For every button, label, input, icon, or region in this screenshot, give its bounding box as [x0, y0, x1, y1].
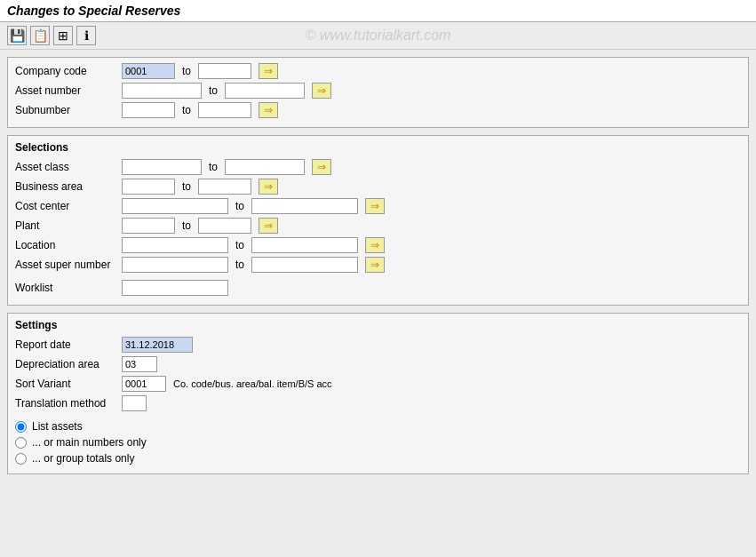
asset-class-label: Asset class [15, 161, 122, 173]
report-date-input[interactable] [122, 337, 193, 353]
plant-arrow-btn[interactable]: ⇒ [259, 218, 278, 234]
sort-variant-row: Sort Variant Co. code/bus. area/bal. ite… [15, 376, 741, 392]
worklist-input[interactable] [122, 280, 228, 296]
asset-class-from-input[interactable] [122, 159, 202, 175]
asset-super-number-from-input[interactable] [122, 257, 228, 273]
translation-method-input[interactable] [122, 395, 147, 411]
title-bar: Changes to Special Reserves [0, 0, 756, 22]
asset-super-number-to-label: to [235, 259, 244, 271]
business-area-to-input[interactable] [198, 179, 251, 195]
subnumber-to-input[interactable] [198, 102, 251, 118]
toolbar: 💾 📋 ⊞ ℹ © www.tutorialkart.com [0, 22, 756, 50]
company-code-arrow-btn[interactable]: ⇒ [259, 63, 278, 79]
asset-number-to-input[interactable] [225, 83, 305, 99]
selections-section: Selections Asset class to ⇒ Business are… [7, 135, 749, 306]
location-row: Location to ⇒ [15, 237, 741, 253]
main-numbers-row: ... or main numbers only [15, 436, 741, 449]
list-assets-row: List assets [15, 420, 741, 433]
plant-to-input[interactable] [198, 218, 251, 234]
subnumber-label: Subnumber [15, 104, 122, 116]
cost-center-to-label: to [235, 200, 244, 212]
subnumber-row: Subnumber to ⇒ [15, 102, 741, 118]
subnumber-from-input[interactable] [122, 102, 175, 118]
group-totals-label: ... or group totals only [32, 452, 134, 465]
location-label: Location [15, 239, 122, 251]
report-date-row: Report date [15, 337, 741, 353]
asset-class-to-input[interactable] [225, 159, 305, 175]
watermark: © www.tutorialkart.com [306, 28, 451, 44]
translation-method-row: Translation method [15, 395, 741, 411]
sort-variant-input[interactable] [122, 376, 166, 392]
company-code-from-input[interactable] [122, 63, 175, 79]
business-area-row: Business area to ⇒ [15, 179, 741, 195]
sort-variant-desc: Co. code/bus. area/bal. item/B/S acc [173, 378, 332, 389]
plant-label: Plant [15, 219, 122, 232]
cost-center-arrow-btn[interactable]: ⇒ [365, 198, 385, 214]
worklist-row: Worklist [15, 280, 741, 296]
asset-class-to-label: to [209, 161, 218, 173]
settings-section: Settings Report date Depreciation area S… [7, 313, 749, 474]
page-title: Changes to Special Reserves [7, 4, 749, 18]
asset-number-row: Asset number to ⇒ [15, 83, 741, 99]
asset-number-label: Asset number [15, 84, 122, 97]
copy-icon[interactable]: 📋 [30, 26, 50, 45]
sort-variant-label: Sort Variant [15, 378, 122, 390]
cost-center-to-input[interactable] [251, 198, 358, 214]
asset-number-from-input[interactable] [122, 83, 202, 99]
radio-group: List assets ... or main numbers only ...… [15, 420, 741, 465]
group-totals-radio[interactable] [15, 453, 27, 465]
asset-class-row: Asset class to ⇒ [15, 159, 741, 175]
location-arrow-btn[interactable]: ⇒ [365, 237, 385, 253]
asset-super-number-row: Asset super number to ⇒ [15, 257, 741, 273]
settings-title: Settings [15, 319, 741, 331]
plant-row: Plant to ⇒ [15, 218, 741, 234]
selections-title: Selections [15, 141, 741, 154]
group-totals-row: ... or group totals only [15, 452, 741, 465]
worklist-label: Worklist [15, 282, 122, 294]
asset-super-number-arrow-btn[interactable]: ⇒ [365, 257, 385, 273]
business-area-arrow-btn[interactable]: ⇒ [259, 179, 278, 195]
asset-number-to-label: to [209, 84, 218, 97]
business-area-to-label: to [182, 180, 191, 193]
business-area-from-input[interactable] [122, 179, 175, 195]
asset-number-arrow-btn[interactable]: ⇒ [312, 83, 331, 99]
subnumber-to-label: to [182, 104, 191, 116]
main-numbers-radio[interactable] [15, 437, 27, 449]
list-assets-radio[interactable] [15, 421, 27, 433]
location-from-input[interactable] [122, 237, 228, 253]
company-code-label: Company code [15, 65, 122, 77]
asset-class-arrow-btn[interactable]: ⇒ [312, 159, 331, 175]
plant-to-label: to [182, 219, 191, 232]
cost-center-from-input[interactable] [122, 198, 228, 214]
top-section: Company code to ⇒ Asset number to ⇒ Subn… [7, 57, 749, 128]
main-content: Company code to ⇒ Asset number to ⇒ Subn… [0, 50, 756, 545]
main-numbers-label: ... or main numbers only [32, 436, 147, 449]
asset-super-number-to-input[interactable] [251, 257, 358, 273]
location-to-label: to [235, 239, 244, 251]
save-icon[interactable]: 💾 [7, 26, 27, 45]
asset-super-number-label: Asset super number [15, 259, 122, 271]
cost-center-row: Cost center to ⇒ [15, 198, 741, 214]
company-code-row: Company code to ⇒ [15, 63, 741, 79]
company-code-to-label: to [182, 65, 191, 77]
subnumber-arrow-btn[interactable]: ⇒ [259, 102, 278, 118]
company-code-to-input[interactable] [198, 63, 251, 79]
business-area-label: Business area [15, 180, 122, 193]
depreciation-area-label: Depreciation area [15, 358, 122, 370]
plant-from-input[interactable] [122, 218, 175, 234]
cost-center-label: Cost center [15, 200, 122, 212]
depreciation-area-input[interactable] [122, 356, 157, 372]
translation-method-label: Translation method [15, 397, 122, 410]
list-assets-label: List assets [32, 420, 83, 433]
columns-icon[interactable]: ⊞ [53, 26, 73, 45]
info-icon[interactable]: ℹ [76, 26, 96, 45]
report-date-label: Report date [15, 338, 122, 351]
location-to-input[interactable] [251, 237, 358, 253]
depreciation-area-row: Depreciation area [15, 356, 741, 372]
